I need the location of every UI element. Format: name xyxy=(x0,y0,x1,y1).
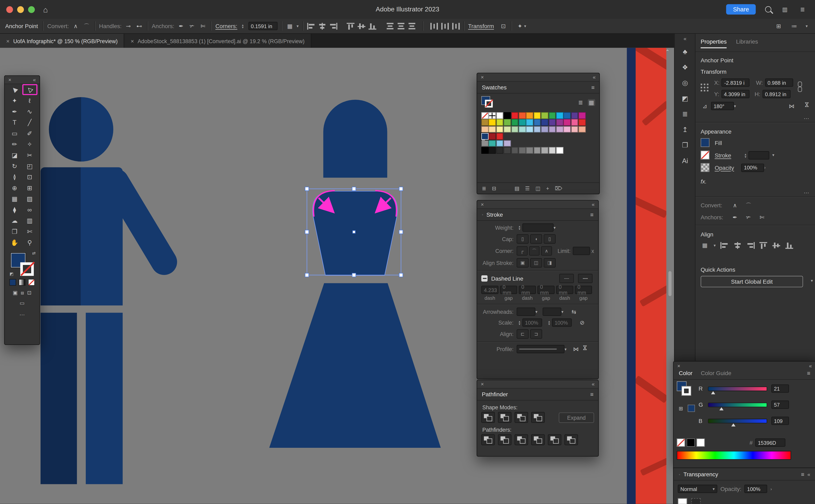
dash-field-3[interactable]: 0 mm xyxy=(519,286,536,294)
female-torso-selection[interactable] xyxy=(281,178,432,302)
fill-swatch[interactable] xyxy=(701,138,710,147)
miter-join-icon[interactable]: ┌ xyxy=(517,246,527,256)
swatches-menu-icon[interactable]: ≡ xyxy=(591,84,595,90)
fill-label[interactable]: Fill xyxy=(715,139,722,146)
swatch-group-folder[interactable] xyxy=(481,140,489,147)
tab-close-icon[interactable]: × xyxy=(131,38,134,44)
line-segment-tool[interactable]: ╱ xyxy=(22,117,37,128)
flip-profile-horizontal-icon[interactable]: ⋈ xyxy=(572,345,580,353)
swatch[interactable] xyxy=(496,140,504,147)
search-icon[interactable] xyxy=(765,6,771,13)
props-align-left-icon[interactable] xyxy=(720,242,729,248)
stroke-close-icon[interactable]: × xyxy=(481,202,484,207)
document-tab[interactable]: ×AdobeStock_588138853 (1) [Converted].ai… xyxy=(124,34,311,48)
swatch[interactable] xyxy=(541,119,548,126)
swatches-list-view-icon[interactable]: ≣ xyxy=(578,99,583,106)
minus-front-icon[interactable] xyxy=(498,412,512,423)
swatch[interactable] xyxy=(549,112,556,119)
swatch[interactable] xyxy=(541,147,548,154)
flip-profile-vertical-icon[interactable]: ⋈ xyxy=(580,345,589,353)
vertical-scrollbar-thumb[interactable] xyxy=(669,271,672,296)
expand-button[interactable]: Expand xyxy=(559,412,594,423)
toolbar-close-icon[interactable]: × xyxy=(8,77,11,83)
x-field[interactable]: -2.8319 i xyxy=(722,78,750,87)
global-edit-chevron-icon[interactable]: ▾ xyxy=(811,278,813,283)
swatch[interactable] xyxy=(564,112,571,119)
male-right-leg[interactable] xyxy=(86,313,123,484)
swatch[interactable] xyxy=(556,147,563,154)
channel-value-field[interactable]: 109 xyxy=(771,417,789,425)
pathfinder-menu-icon[interactable]: ≡ xyxy=(590,391,594,397)
distribute-horizontal-left-icon[interactable] xyxy=(430,23,438,29)
curvature-tool[interactable]: ∿ xyxy=(22,106,37,117)
dash-field-6[interactable]: 0 mm xyxy=(575,286,592,294)
male-head[interactable] xyxy=(49,97,113,161)
swatch[interactable] xyxy=(571,126,578,133)
swatch[interactable] xyxy=(481,147,489,154)
intersect-icon[interactable] xyxy=(515,412,528,423)
limit-field[interactable] xyxy=(573,247,590,255)
swatches-close-icon[interactable]: × xyxy=(481,74,484,80)
swatch[interactable] xyxy=(579,112,586,119)
corners-value-field[interactable]: 0.1591 in xyxy=(248,22,277,30)
touch-workspace-icon[interactable]: ⊞ xyxy=(774,22,783,30)
profile-chevron-icon[interactable]: ▾ xyxy=(564,347,567,351)
pathfinder-close-icon[interactable]: × xyxy=(481,381,484,387)
swatch[interactable] xyxy=(541,112,548,119)
transparency-opacity-chevron-icon[interactable]: › xyxy=(770,486,772,491)
rotate-tool[interactable]: ↻ xyxy=(7,160,22,171)
props-convert-smooth-icon[interactable]: ⌒ xyxy=(744,201,753,209)
swatch[interactable] xyxy=(519,126,526,133)
eraser-tool[interactable]: ◪ xyxy=(7,150,22,161)
stroke-collapse-icon[interactable]: « xyxy=(592,202,595,207)
female-head[interactable] xyxy=(323,100,387,178)
gradient-button[interactable] xyxy=(19,279,25,286)
delete-swatch-icon[interactable]: ⌦ xyxy=(555,186,562,191)
lasso-tool[interactable]: ℓ xyxy=(22,95,37,106)
tab-color-guide[interactable]: Color Guide xyxy=(701,370,731,376)
minus-back-icon[interactable] xyxy=(564,434,578,445)
symbols-panel-icon[interactable]: ♣ xyxy=(675,44,695,59)
corners-link[interactable]: Corners: xyxy=(215,23,237,29)
color-spectrum-bar[interactable] xyxy=(677,451,791,460)
props-cut-anchor-icon[interactable]: ✄ xyxy=(758,213,766,221)
brushes-panel-icon[interactable]: ❖ xyxy=(675,59,695,75)
merge-icon[interactable] xyxy=(515,434,528,445)
align-to-selection-icon[interactable]: ▦ xyxy=(286,22,294,30)
swatch[interactable] xyxy=(504,147,511,154)
tab-libraries[interactable]: Libraries xyxy=(736,38,758,48)
black-swatch[interactable] xyxy=(687,438,695,447)
arrowhead-start-field[interactable] xyxy=(517,307,536,316)
swatch[interactable] xyxy=(504,119,511,126)
weight-field[interactable] xyxy=(523,223,554,232)
align-center-icon[interactable] xyxy=(318,23,326,29)
align-top-icon[interactable] xyxy=(346,23,355,29)
align-dash-icon[interactable]: ╍╍ xyxy=(578,274,593,283)
transparency-menu-icon[interactable]: ≡ xyxy=(801,471,804,478)
arrange-documents-icon[interactable]: ▥ xyxy=(781,5,789,14)
attributes-panel-icon[interactable]: ◎ xyxy=(675,75,695,90)
free-transform-icon[interactable]: ⊡ xyxy=(499,22,508,30)
shape-builder-tool[interactable]: ⊕ xyxy=(7,182,22,193)
arrowhead-end-chevron-icon[interactable]: ▾ xyxy=(561,309,563,314)
convert-to-corner-icon[interactable]: ∧ xyxy=(71,22,80,30)
artboard-tool[interactable]: ❐ xyxy=(7,226,22,237)
none-button[interactable] xyxy=(28,279,35,286)
export-panel-icon[interactable]: ↥ xyxy=(675,122,695,137)
scroll-up-arrow-icon[interactable]: ⌃ xyxy=(665,49,670,55)
swatch[interactable] xyxy=(489,126,496,133)
swatch[interactable] xyxy=(511,119,518,126)
rotate-angle-field[interactable]: 180° xyxy=(711,102,734,110)
show-swatch-kinds-icon[interactable]: ▤ xyxy=(515,186,519,191)
swatch[interactable] xyxy=(556,112,563,119)
stroke-weight-field[interactable] xyxy=(748,151,769,159)
opacity-icon[interactable] xyxy=(701,163,710,172)
align-to-dropdown-chevron-icon[interactable]: ▾ xyxy=(714,243,716,248)
paintbrush-tool[interactable]: ✐ xyxy=(22,128,37,139)
align-bottom-icon[interactable] xyxy=(368,23,377,29)
align-to-dropdown-icon[interactable]: ▦ xyxy=(701,241,709,249)
control-panel-chevron-icon[interactable]: ▾ xyxy=(806,24,808,28)
stroke-label[interactable]: Stroke xyxy=(715,152,731,158)
swatch[interactable] xyxy=(511,147,518,154)
props-align-bottom-icon[interactable] xyxy=(785,242,794,248)
